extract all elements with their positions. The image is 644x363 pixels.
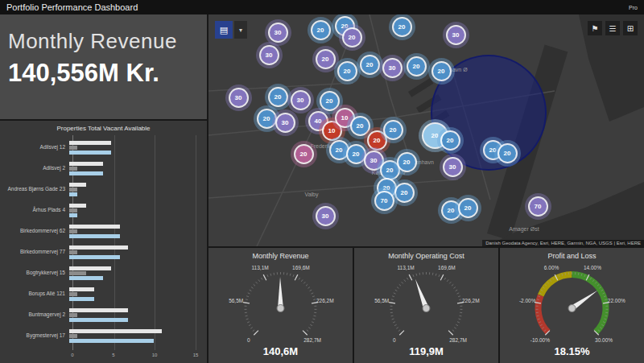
gauge-dial: 056,5M113,1M169,6M226,2M282,7M <box>208 260 353 350</box>
bar-row: Andreas Bjørns Gade 23 <box>2 179 196 200</box>
bar-chart: Adilsvej 12Adilsvej 2Andreas Bjørns Gade… <box>2 134 202 361</box>
cluster-marker[interactable]: 10 <box>336 109 353 126</box>
bar-total[interactable] <box>69 266 111 270</box>
bookmark-icon[interactable]: ⚑ <box>588 21 602 35</box>
bar-group <box>69 141 196 155</box>
cluster-marker[interactable]: 70 <box>530 198 547 215</box>
bar-vacant[interactable] <box>69 250 77 254</box>
bar-total[interactable] <box>69 162 103 166</box>
x-axis-tick: 0 <box>71 353 73 357</box>
overview-icon[interactable]: ⊞ <box>623 21 638 35</box>
gauge-monthly-operating-cost: Monthly Operating Cost 056,5M113,1M169,6… <box>354 248 498 363</box>
bar-available[interactable] <box>69 339 154 343</box>
cluster-marker[interactable]: 30 <box>384 60 401 76</box>
bar-available[interactable] <box>69 297 94 301</box>
bar-group <box>69 225 196 238</box>
map-tools-dropdown-button[interactable]: ▾ <box>234 21 247 39</box>
cluster-marker[interactable]: 30 <box>270 24 287 41</box>
bar-vacant[interactable] <box>69 146 77 150</box>
bar-available[interactable] <box>69 151 111 155</box>
map-panel[interactable]: København ØFrederiksbergKøbenhavnKøbenha… <box>208 14 644 246</box>
bar-available[interactable] <box>69 171 103 175</box>
cluster-marker[interactable]: 20 <box>348 146 365 163</box>
cluster-marker[interactable]: 20 <box>295 146 312 163</box>
svg-text:226,2M: 226,2M <box>462 298 480 303</box>
bar-row: Birkedommervej 77 <box>2 241 196 262</box>
cluster-marker[interactable]: 30 <box>261 47 278 64</box>
cluster-marker[interactable]: 20 <box>331 142 348 159</box>
cluster-marker[interactable]: 30 <box>448 27 464 43</box>
cluster-marker[interactable]: 10 <box>324 122 341 139</box>
cluster-marker[interactable]: 30 <box>444 159 461 175</box>
cluster-marker[interactable]: 20 <box>312 22 329 39</box>
bar-vacant[interactable] <box>69 313 77 317</box>
cluster-marker[interactable]: 30 <box>365 152 382 169</box>
gauge-profit-and-loss: Profit and Loss -10.00%-2.00%6.00%14.00%… <box>500 248 644 363</box>
map-tools-button[interactable]: ▤ <box>215 21 233 39</box>
bar-category-label: Buntmagervej 2 <box>2 311 69 317</box>
cluster-marker[interactable]: 20 <box>460 200 477 217</box>
bar-vacant[interactable] <box>69 208 77 212</box>
bar-available[interactable] <box>69 255 120 259</box>
revenue-value: 140,556M Kr. <box>8 59 207 88</box>
gauge-dial: -10.00%-2.00%6.00%14.00%22.00%30.00% <box>500 260 644 350</box>
cluster-marker[interactable]: 20 <box>361 56 378 73</box>
bar-total[interactable] <box>69 141 111 145</box>
bar-available[interactable] <box>69 234 120 238</box>
cluster-marker[interactable]: 30 <box>292 92 309 109</box>
bar-total[interactable] <box>69 204 86 208</box>
x-axis-tick: 5 <box>112 353 114 357</box>
cluster-marker[interactable]: 30 <box>230 89 247 106</box>
cluster-marker[interactable]: 20 <box>499 145 516 162</box>
bar-vacant[interactable] <box>69 188 77 192</box>
cluster-marker[interactable]: 20 <box>398 154 415 171</box>
cluster-marker[interactable]: 20 <box>369 132 386 149</box>
legend-icon[interactable]: ☰ <box>605 21 620 35</box>
bar-vacant[interactable] <box>69 229 77 233</box>
cluster-marker[interactable]: 20 <box>344 29 361 46</box>
gauge-title: Profit and Loss <box>500 248 644 260</box>
bar-total[interactable] <box>69 308 128 312</box>
profile-link[interactable]: Pro <box>629 5 638 10</box>
cluster-marker[interactable]: 20 <box>485 142 502 159</box>
cluster-marker[interactable]: 20 <box>382 162 398 179</box>
svg-text:169,6M: 169,6M <box>292 265 310 270</box>
bar-total[interactable] <box>69 245 128 250</box>
cluster-marker[interactable]: 30 <box>317 208 334 225</box>
cluster-marker[interactable]: 20 <box>385 122 402 138</box>
bar-available[interactable] <box>69 213 77 217</box>
cluster-marker[interactable]: 20 <box>258 110 275 127</box>
cluster-marker[interactable]: 70 <box>376 192 393 209</box>
cluster-marker[interactable]: 20 <box>408 58 425 75</box>
gauge-title: Monthly Revenue <box>208 248 353 260</box>
cluster-marker[interactable]: 20 <box>321 93 338 109</box>
bar-vacant[interactable] <box>69 292 77 296</box>
cluster-marker[interactable]: 30 <box>277 114 294 131</box>
bar-total[interactable] <box>69 225 120 229</box>
bar-available[interactable] <box>69 318 128 322</box>
cluster-marker[interactable]: 20 <box>270 89 287 105</box>
bar-row: Århus Plads 4 <box>2 200 196 221</box>
cluster-marker[interactable]: 20 <box>394 19 411 35</box>
cluster-marker[interactable]: 20 <box>442 132 459 149</box>
cluster-marker[interactable]: 20 <box>339 63 356 80</box>
cluster-marker[interactable]: 20 <box>317 51 334 68</box>
bar-chart-title: Properties Total Vacant Available <box>0 121 207 134</box>
bar-available[interactable] <box>69 192 77 196</box>
cluster-marker[interactable]: 20 <box>433 63 450 80</box>
bar-vacant[interactable] <box>69 167 77 171</box>
properties-bar-chart-panel: Properties Total Vacant Available Adilsv… <box>0 121 207 363</box>
bar-total[interactable] <box>69 287 94 291</box>
cluster-marker[interactable]: 20 <box>352 118 369 134</box>
bar-available[interactable] <box>69 276 103 280</box>
bar-row: Adilsvej 2 <box>2 158 196 179</box>
bar-total[interactable] <box>69 183 86 187</box>
bar-vacant[interactable] <box>69 271 86 275</box>
svg-text:56,5M: 56,5M <box>229 298 243 303</box>
cluster-marker[interactable]: 20 <box>443 202 460 219</box>
app-header: Portfolio Performance Dashboard Pro <box>0 0 644 14</box>
bar-total[interactable] <box>69 329 162 333</box>
cluster-marker[interactable]: 20 <box>396 184 413 201</box>
bar-vacant[interactable] <box>69 334 77 338</box>
bar-category-label: Århus Plads 4 <box>2 207 69 212</box>
